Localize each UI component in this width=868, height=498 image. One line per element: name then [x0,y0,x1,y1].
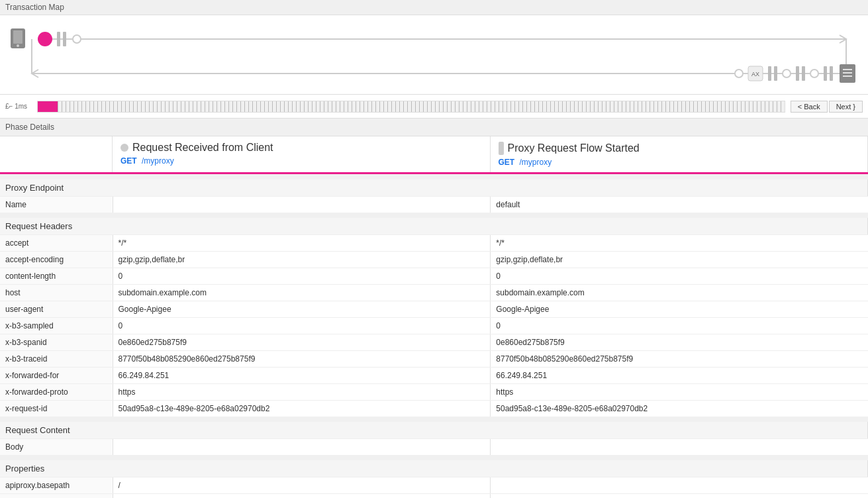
phase-dot-1 [121,144,128,152]
transaction-map-area: AX [0,15,868,95]
svg-rect-14 [768,66,771,81]
row-x-forwarded-for-label: x-forwarded-for [0,368,113,384]
svg-text:AX: AX [751,71,759,77]
row-apiproxy-basepath: apiproxy.basepath / [0,477,868,494]
row-accept-encoding: accept-encoding gzip,gzip,deflate,br gzi… [0,252,868,268]
row-apiproxy-basepath-col1: / [113,477,491,494]
transaction-map-title: Transaction Map [5,3,64,12]
row-user-agent-label: user-agent [0,301,113,318]
phase-col-2: Proxy Request Flow Started GET /myproxy [491,136,869,172]
phase-columns-header: Request Received from Client GET /myprox… [0,136,868,174]
row-x-b3-spanid-col1: 0e860ed275b875f9 [113,334,491,351]
row-user-agent-col1: Google-Apigee [113,301,491,318]
phase-get-1: GET [121,156,137,166]
row-x-b3-sampled: x-b3-sampled 0 0 [0,318,868,334]
phase-col-1-title: Request Received from Client [121,142,482,154]
row-content-length-col2: 0 [491,268,868,285]
row-x-b3-sampled-label: x-b3-sampled [0,318,113,334]
row-x-b3-traceid-col1: 8770f50b48b085290e860ed275b875f9 [113,351,491,368]
phase-details-header: Phase Details [0,119,868,136]
svg-rect-17 [796,66,799,81]
timeline-bar-pink [38,101,58,112]
data-table: Proxy Endpoint Name default Request Head… [0,174,868,498]
row-apiproxy-basepath-col2 [491,477,868,494]
svg-rect-15 [774,66,777,81]
row-host: host subdomain.example.com subdomain.exa… [0,285,868,301]
row-x-forwarded-proto-col1: https [113,384,491,401]
row-apiproxy-name-col1: myproxy [113,494,491,499]
row-x-request-id: x-request-id 50ad95a8-c13e-489e-8205-e68… [0,401,868,420]
svg-point-6 [17,44,19,47]
row-accept: accept */* */* [0,235,868,252]
timeline-label: £⌐ 1ms [5,103,32,110]
row-x-b3-traceid-col2: 8770f50b48b085290e860ed275b875f9 [491,351,868,368]
request-headers-title: Request Headers [0,215,868,235]
row-x-b3-spanid-col2: 0e860ed275b875f9 [491,334,868,351]
row-x-forwarded-for-col2: 66.249.84.251 [491,368,868,384]
back-button[interactable]: < Back [791,101,828,113]
row-x-b3-sampled-col1: 0 [113,318,491,334]
row-accept-encoding-label: accept-encoding [0,252,113,268]
row-content-length-label: content-length [0,268,113,285]
row-x-forwarded-proto-label: x-forwarded-proto [0,384,113,401]
row-accept-col2: */* [491,235,868,252]
row-name-label: Name [0,197,113,216]
row-x-forwarded-for-col1: 66.249.84.251 [113,368,491,384]
row-name-col2: default [491,197,868,216]
row-x-forwarded-proto: x-forwarded-proto https https [0,384,868,401]
row-host-label: host [0,285,113,301]
section-properties: Properties [0,458,868,477]
row-name: Name default [0,197,868,216]
row-host-col1: subdomain.example.com [113,285,491,301]
phase-pipe-2 [499,142,504,155]
svg-rect-20 [824,66,827,81]
row-content-length-col1: 0 [113,268,491,285]
phase-col-1: Request Received from Client GET /myprox… [113,136,491,172]
row-body-col2 [491,439,868,458]
timeline-area: £⌐ 1ms < Back Next } [0,95,868,119]
row-user-agent: user-agent Google-Apigee Google-Apigee [0,301,868,318]
phase-col-label [0,136,113,172]
section-request-headers: Request Headers [0,215,868,235]
row-host-col2: subdomain.example.com [491,285,868,301]
request-content-title: Request Content [0,419,868,439]
row-x-b3-spanid-label: x-b3-spanid [0,334,113,351]
svg-rect-18 [802,66,805,81]
timeline-bar-container[interactable] [37,101,785,113]
phase-get-2: GET [499,158,515,167]
phase-col-1-method: GET /myproxy [121,156,482,166]
phase-col-2-title: Proxy Request Flow Started [499,142,860,155]
row-content-length: content-length 0 0 [0,268,868,285]
next-button[interactable]: Next } [829,101,863,113]
proxy-endpoint-title: Proxy Endpoint [0,177,868,197]
row-accept-label: accept [0,235,113,252]
row-accept-encoding-col1: gzip,gzip,deflate,br [113,252,491,268]
phase-col-2-label: Proxy Request Flow Started [508,142,640,154]
phase-path-1: /myproxy [142,156,174,166]
timeline-dots [58,101,785,112]
phase-path-2: /myproxy [520,158,552,167]
svg-point-11 [735,70,743,77]
svg-point-7 [38,32,52,46]
row-body-col1 [113,439,491,458]
row-x-forwarded-proto-col2: https [491,384,868,401]
row-apiproxy-basepath-label: apiproxy.basepath [0,477,113,494]
row-user-agent-col2: Google-Apigee [491,301,868,318]
svg-rect-21 [830,66,833,81]
row-x-b3-traceid-label: x-b3-traceid [0,351,113,368]
row-x-request-id-col1: 50ad95a8-c13e-489e-8205-e68a02970db2 [113,401,491,420]
row-x-request-id-label: x-request-id [0,401,113,420]
row-name-col1 [113,197,491,216]
svg-rect-9 [63,32,66,46]
row-x-b3-sampled-col2: 0 [491,318,868,334]
svg-rect-8 [57,32,60,46]
section-proxy-endpoint: Proxy Endpoint [0,177,868,197]
row-x-forwarded-for: x-forwarded-for 66.249.84.251 66.249.84.… [0,368,868,384]
phase-col-1-label: Request Received from Client [132,142,273,154]
row-body-label: Body [0,439,113,458]
row-x-request-id-col2: 50ad95a8-c13e-489e-8205-e68a02970db2 [491,401,868,420]
nav-buttons: < Back Next } [791,101,863,113]
row-apiproxy-name-label: apiproxy.name [0,494,113,499]
row-x-b3-traceid: x-b3-traceid 8770f50b48b085290e860ed275b… [0,351,868,368]
phase-col-2-method: GET /myproxy [499,158,860,167]
